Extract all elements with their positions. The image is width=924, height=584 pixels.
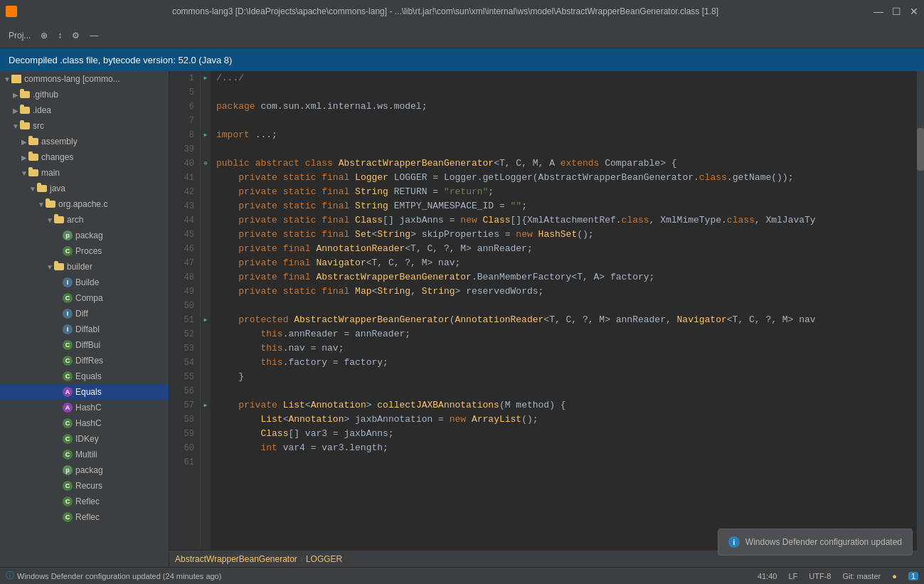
class-icon: C — [63, 418, 73, 428]
toast-message: Windows Defender configuration updated — [745, 537, 902, 547]
package-icon: p — [63, 465, 73, 475]
sidebar-item-idea[interactable]: ▶ .idea — [0, 102, 169, 118]
sidebar-item-arch[interactable]: ▼ arch — [0, 212, 169, 228]
sidebar-item-HashCode1[interactable]: ▶ A HashC — [0, 400, 169, 415]
gutter-marker — [201, 285, 211, 299]
code-line: public abstract class AbstractWrapperBea… — [216, 156, 911, 171]
sidebar-item-Multiline[interactable]: ▶ C Multili — [0, 447, 169, 462]
scrollbar-thumb[interactable] — [917, 128, 924, 171]
sidebar-item-assembly[interactable]: ▶ assembly — [0, 134, 169, 149]
sidebar-item-DiffBuilder[interactable]: ▶ C DiffBui — [0, 337, 169, 353]
gutter-marker[interactable]: ⊕ — [201, 156, 211, 171]
sidebar-item-IDKey[interactable]: ▶ C IDKey — [0, 431, 169, 447]
sidebar-item-Diff[interactable]: ▶ I Diff — [0, 306, 169, 322]
sidebar-item-Recurs[interactable]: ▶ C Recurs — [0, 478, 169, 494]
vcs-branch[interactable]: Git: master — [842, 572, 881, 580]
sidebar-item-label: src — [33, 121, 44, 131]
code-line: Class[] var3 = jaxbAnns; — [216, 427, 911, 441]
sidebar-item-Equals2[interactable]: ▶ A Equals — [0, 384, 169, 400]
sidebar-item-label: DiffBui — [75, 340, 100, 350]
sidebar-item-Builder[interactable]: ▶ I Builde — [0, 275, 169, 290]
gutter-marker — [201, 356, 211, 370]
code-editor[interactable]: 1 5 6 7 8 39 40 41 42 43 44 45 46 47 48 … — [169, 71, 917, 567]
gutter-marker[interactable]: ▶ — [201, 128, 211, 142]
line-numbers: 1 5 6 7 8 39 40 41 42 43 44 45 46 47 48 … — [169, 71, 201, 550]
class-icon: C — [63, 246, 73, 256]
sidebar-item-changes[interactable]: ▶ changes — [0, 149, 169, 165]
minimize-button[interactable]: — — [873, 6, 883, 17]
folder-icon — [37, 185, 47, 192]
toolbar-minimize-button[interactable]: — — [85, 26, 102, 45]
sidebar-item-package[interactable]: ▶ p packag — [0, 228, 169, 243]
sidebar-item-label: org.apache.c — [58, 199, 107, 209]
gutter-marker — [201, 114, 211, 128]
sidebar-item-builder[interactable]: ▼ builder — [0, 259, 169, 275]
maximize-button[interactable]: ☐ — [892, 6, 901, 17]
app-icon — [6, 6, 17, 17]
sidebar-item-github[interactable]: ▶ .github — [0, 87, 169, 102]
encoding[interactable]: UTF-8 — [809, 572, 831, 580]
toast-notification: i Windows Defender configuration updated — [718, 529, 913, 556]
code-line: private final AbstractWrapperBeanGenerat… — [216, 270, 911, 285]
code-line: import ...; — [216, 128, 911, 142]
class-icon: C — [63, 434, 73, 444]
sidebar-item-process[interactable]: ▶ C Proces — [0, 243, 169, 259]
gutter-marker[interactable]: ▶ — [201, 71, 211, 85]
power-indicator: ● — [892, 572, 897, 580]
expand-arrow: ▼ — [46, 216, 54, 224]
sidebar-item-label: Builde — [75, 277, 99, 287]
sidebar-item-Reflect2[interactable]: ▶ C Reflec — [0, 509, 169, 525]
title-bar-controls[interactable]: — ☐ ✕ — [873, 6, 918, 17]
gutter-marker[interactable]: ▶ — [201, 313, 211, 327]
sidebar-item-HashCode2[interactable]: ▶ C HashC — [0, 415, 169, 431]
folder-icon — [54, 263, 64, 270]
sidebar-item-orgapache[interactable]: ▼ org.apache.c — [0, 196, 169, 212]
sidebar-item-label: packag — [75, 230, 103, 240]
expand-arrow: ▶ — [11, 91, 20, 99]
class-icon: C — [63, 371, 73, 381]
decompiled-banner: Decompiled .class file, bytecode version… — [0, 48, 924, 71]
title-bar-title: commons-lang3 [D:\IdeaProjects\apache\co… — [17, 6, 873, 16]
interface-icon: I — [63, 309, 73, 319]
interface-icon: I — [63, 324, 73, 334]
expand-arrow: ▼ — [37, 201, 46, 208]
toolbar-settings-button[interactable]: ⚙ — [68, 26, 84, 45]
breadcrumb-member: LOGGER — [306, 554, 342, 564]
sidebar-item-Reflect1[interactable]: ▶ C Reflec — [0, 494, 169, 509]
interface-icon: I — [63, 277, 73, 287]
notification-count[interactable]: 1 — [908, 572, 918, 580]
editor-scrollbar[interactable] — [917, 71, 924, 567]
close-button[interactable]: ✕ — [910, 6, 918, 17]
sidebar-item-java[interactable]: ▼ java — [0, 181, 169, 196]
gutter-marker[interactable]: ▶ — [201, 398, 211, 413]
project-button[interactable]: Proj... — [4, 26, 35, 45]
status-right: 41:40 LF UTF-8 Git: master ● 1 — [758, 572, 918, 580]
sidebar-item-root[interactable]: ▼ commons-lang [commo... — [0, 71, 169, 87]
gutter-marker — [201, 384, 211, 398]
code-content: /.../ package com.sun.xml.internal.ws.mo… — [211, 71, 917, 550]
package-icon: p — [63, 230, 73, 240]
cursor-position[interactable]: 41:40 — [758, 572, 777, 580]
breadcrumb-separator: › — [300, 554, 303, 564]
sidebar-item-label: Proces — [75, 246, 102, 256]
class-icon: C — [63, 497, 73, 506]
code-line: List<Annotation> jaxbAnnotation = new Ar… — [216, 413, 911, 427]
gutter-marker — [201, 427, 211, 441]
sidebar-item-main[interactable]: ▼ main — [0, 165, 169, 181]
sidebar-item-src[interactable]: ▼ src — [0, 118, 169, 134]
code-line: private final AnnotationReader<T, C, ?, … — [216, 242, 911, 256]
sidebar-item-Equals1[interactable]: ▶ C Equals — [0, 368, 169, 384]
toolbar-add-button[interactable]: ⊕ — [36, 26, 52, 45]
code-line: this.factory = factory; — [216, 356, 911, 370]
sidebar-item-Compa[interactable]: ▶ C Compa — [0, 290, 169, 306]
toolbar-sync-button[interactable]: ↕ — [53, 26, 66, 45]
sidebar-item-label: HashC — [75, 418, 102, 428]
abstract-icon: A — [63, 403, 73, 413]
sidebar-item-label: Recurs — [75, 481, 102, 491]
line-ending[interactable]: LF — [788, 572, 797, 580]
sidebar-item-DiffResult[interactable]: ▶ C DiffRes — [0, 353, 169, 368]
sidebar-item-Diffable[interactable]: ▶ I Diffabl — [0, 322, 169, 337]
expand-arrow: ▼ — [46, 263, 54, 271]
sidebar-item-label: IDKey — [75, 434, 99, 444]
sidebar-item-package2[interactable]: ▶ p packag — [0, 462, 169, 478]
